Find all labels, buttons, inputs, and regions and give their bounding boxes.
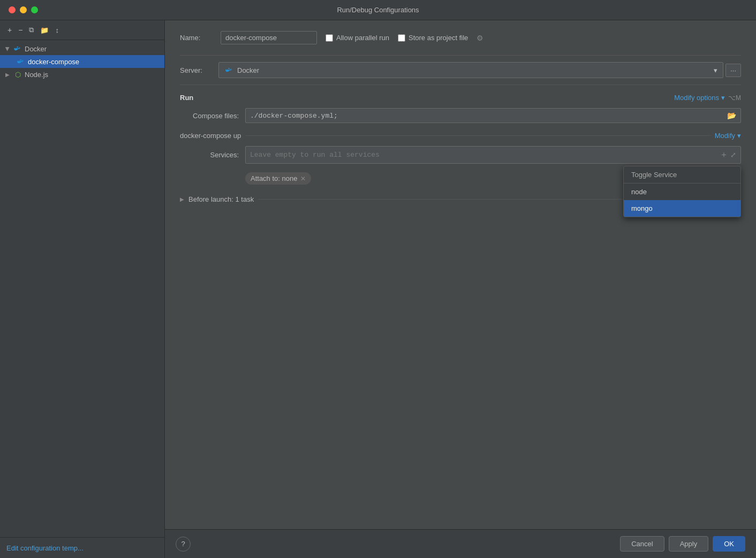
services-add-button[interactable]: ＋ <box>720 149 728 160</box>
services-expand-button[interactable]: ⤢ <box>730 151 736 159</box>
gear-button[interactable]: ⚙ <box>477 34 483 42</box>
modify-options-shortcut: ⌥M <box>728 94 741 102</box>
docker-up-divider <box>245 135 710 136</box>
server-dropdown[interactable]: Docker ▾ <box>218 62 723 78</box>
compose-files-value: ./docker-compose.yml; <box>250 112 727 120</box>
run-header: Run Modify options ▾ ⌥M <box>180 94 741 102</box>
server-value: Docker <box>237 66 259 74</box>
edit-config-link[interactable]: Edit configuration temp... <box>6 544 84 552</box>
services-dropdown-menu: Toggle Service node mongo <box>623 166 741 217</box>
add-icon: + <box>7 26 12 34</box>
services-row: Services: Leave empty to run all service… <box>180 146 741 164</box>
modify-options-button[interactable]: Modify options ▾ <box>674 94 725 102</box>
sort-config-button[interactable]: ↕ <box>53 25 61 35</box>
server-select-wrapper: Docker ▾ ··· <box>218 62 741 78</box>
attach-badge: Attach to: none ✕ <box>245 172 311 185</box>
modify-options-label: Modify options <box>674 94 719 102</box>
docker-compose-up-label: docker-compose up <box>180 132 241 140</box>
sidebar: + − ⧉ 📁 ↕ ▶ Docker <box>0 20 165 558</box>
maximize-button[interactable] <box>31 6 38 13</box>
sidebar-item-docker[interactable]: ▶ Docker <box>0 42 164 55</box>
help-icon: ? <box>181 540 185 548</box>
help-button[interactable]: ? <box>176 537 191 552</box>
sidebar-item-docker-compose-label: docker-compose <box>28 58 79 66</box>
docker-icon <box>13 44 22 53</box>
sidebar-item-nodejs[interactable]: ▶ ⬡ Node.js <box>0 68 164 81</box>
attach-to-label: Attach to: none <box>251 174 297 182</box>
docker-up-modify-button[interactable]: Modify ▾ <box>715 132 741 140</box>
nodejs-icon: ⬡ <box>13 70 22 79</box>
expand-arrow-icon: ▶ <box>5 45 11 52</box>
sidebar-item-docker-label: Docker <box>25 45 47 53</box>
cancel-button[interactable]: Cancel <box>620 536 664 552</box>
docker-compose-icon <box>16 57 26 66</box>
compose-files-label: Compose files: <box>180 112 239 120</box>
traffic-lights <box>9 6 38 13</box>
sidebar-item-docker-compose[interactable]: docker-compose <box>0 55 164 68</box>
dropdown-item-node[interactable]: node <box>624 184 740 200</box>
main-layout: + − ⧉ 📁 ↕ ▶ Docker <box>0 20 756 558</box>
bottom-left: ? <box>176 537 191 552</box>
svg-rect-13 <box>229 68 230 69</box>
remove-config-button[interactable]: − <box>16 25 25 35</box>
content-area: Name: Allow parallel run Store as projec… <box>165 20 756 558</box>
server-row: Server: Docker ▾ ··· <box>180 62 741 78</box>
compose-files-input-wrapper[interactable]: ./docker-compose.yml; 📂 <box>245 108 741 123</box>
services-input-wrapper[interactable]: Leave empty to run all services ＋ ⤢ Togg… <box>245 146 741 164</box>
dropdown-item-mongo[interactable]: mongo <box>624 200 740 217</box>
dropdown-toggle-service-header: Toggle Service <box>624 166 740 184</box>
sidebar-toolbar: + − ⧉ 📁 ↕ <box>0 20 164 40</box>
modify-options-group: Modify options ▾ ⌥M <box>674 94 741 102</box>
store-project-file-group: Store as project file <box>398 34 468 42</box>
window-title: Run/Debug Configurations <box>337 6 419 14</box>
svg-rect-3 <box>17 47 18 48</box>
attach-close-button[interactable]: ✕ <box>300 175 306 182</box>
sidebar-bottom: Edit configuration temp... <box>0 537 164 558</box>
add-config-button[interactable]: + <box>5 25 14 35</box>
run-title: Run <box>180 94 193 102</box>
title-bar: Run/Debug Configurations <box>0 0 756 20</box>
name-input[interactable] <box>221 31 317 44</box>
run-section: Run Modify options ▾ ⌥M Compose files: .… <box>180 94 741 203</box>
name-label: Name: <box>180 34 212 42</box>
compose-files-browse-button[interactable]: 📂 <box>727 111 736 120</box>
before-launch-label: Before launch: 1 task <box>188 195 254 203</box>
server-more-button[interactable]: ··· <box>725 64 741 77</box>
expand-arrow-nodejs-icon: ▶ <box>4 72 11 78</box>
docker-up-modify-label: Modify <box>715 132 735 140</box>
separator-1 <box>180 55 741 56</box>
server-docker-icon <box>224 65 234 75</box>
minimize-button[interactable] <box>20 6 27 13</box>
ok-button[interactable]: OK <box>713 536 745 552</box>
config-tree: ▶ Docker docker-compose ▶ ⬡ Node.js <box>0 40 164 537</box>
sidebar-item-nodejs-label: Node.js <box>25 71 48 79</box>
modify-options-chevron-icon: ▾ <box>721 94 725 102</box>
docker-up-chevron-icon: ▾ <box>737 132 741 140</box>
store-project-file-label: Store as project file <box>409 34 468 42</box>
separator-2 <box>180 85 741 85</box>
bottom-right: Cancel Apply OK <box>620 536 745 552</box>
docker-compose-up-row: docker-compose up Modify ▾ <box>180 132 741 140</box>
parallel-run-checkbox[interactable] <box>326 34 333 42</box>
services-placeholder: Leave empty to run all services <box>250 151 720 159</box>
content-inner: Name: Allow parallel run Store as projec… <box>165 20 756 529</box>
copy-config-button[interactable]: ⧉ <box>27 25 36 35</box>
parallel-run-label: Allow parallel run <box>336 34 389 42</box>
store-project-file-checkbox[interactable] <box>398 34 405 42</box>
server-label: Server: <box>180 66 212 74</box>
server-dropdown-inner: Docker <box>224 65 259 75</box>
services-actions: ＋ ⤢ <box>720 149 736 160</box>
minus-icon: − <box>18 26 22 34</box>
move-config-button[interactable]: 📁 <box>38 25 51 35</box>
folder-icon: 📁 <box>40 26 49 34</box>
apply-button[interactable]: Apply <box>669 536 709 552</box>
services-label: Services: <box>180 151 239 159</box>
svg-rect-8 <box>20 59 21 60</box>
before-launch-expand-icon[interactable]: ▶ <box>180 196 184 202</box>
compose-files-row: Compose files: ./docker-compose.yml; 📂 <box>180 108 741 123</box>
name-row: Name: Allow parallel run Store as projec… <box>180 31 741 44</box>
parallel-run-group: Allow parallel run <box>326 34 389 42</box>
close-button[interactable] <box>9 6 16 13</box>
sort-icon: ↕ <box>55 26 59 34</box>
dropdown-chevron-icon: ▾ <box>714 66 717 74</box>
